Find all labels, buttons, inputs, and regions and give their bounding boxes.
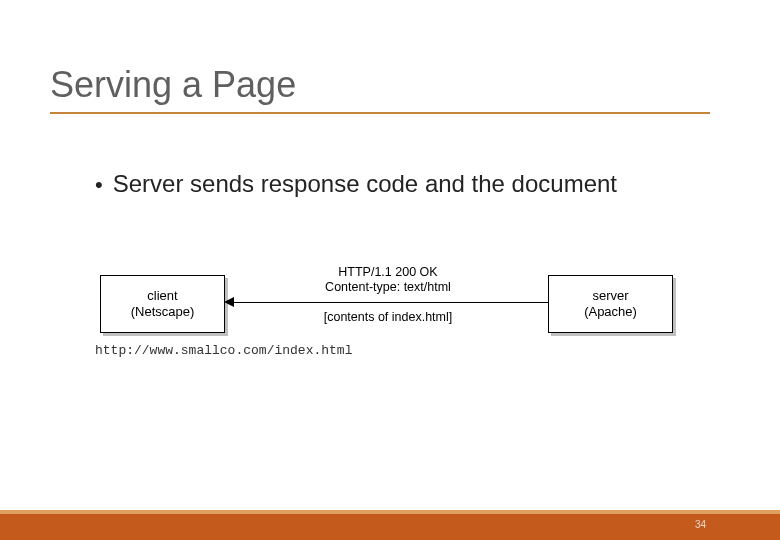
bullet-text: Server sends response code and the docum… xyxy=(113,170,617,198)
server-label: server xyxy=(592,288,628,304)
http-content-type: Content-type: text/html xyxy=(228,280,548,295)
response-body-label: [contents of index.html] xyxy=(228,310,548,324)
bullet-item: • Server sends response code and the doc… xyxy=(95,170,617,198)
client-sublabel: (Netscape) xyxy=(131,304,195,320)
http-diagram: client (Netscape) HTTP/1.1 200 OK Conten… xyxy=(100,265,675,375)
page-number: 34 xyxy=(695,519,706,530)
url-label: http://www.smallco.com/index.html xyxy=(95,343,352,358)
bullet-dot: • xyxy=(95,174,103,196)
arrow-line xyxy=(228,302,548,303)
client-box: client (Netscape) xyxy=(100,275,225,333)
http-status-line: HTTP/1.1 200 OK xyxy=(228,265,548,280)
footer-bar xyxy=(0,510,780,540)
server-sublabel: (Apache) xyxy=(584,304,637,320)
client-label: client xyxy=(147,288,177,304)
slide-title: Serving a Page xyxy=(50,64,710,114)
http-response-text: HTTP/1.1 200 OK Content-type: text/html xyxy=(228,265,548,295)
server-box: server (Apache) xyxy=(548,275,673,333)
arrow-head-icon xyxy=(224,297,234,307)
slide: Serving a Page • Server sends response c… xyxy=(0,0,780,540)
